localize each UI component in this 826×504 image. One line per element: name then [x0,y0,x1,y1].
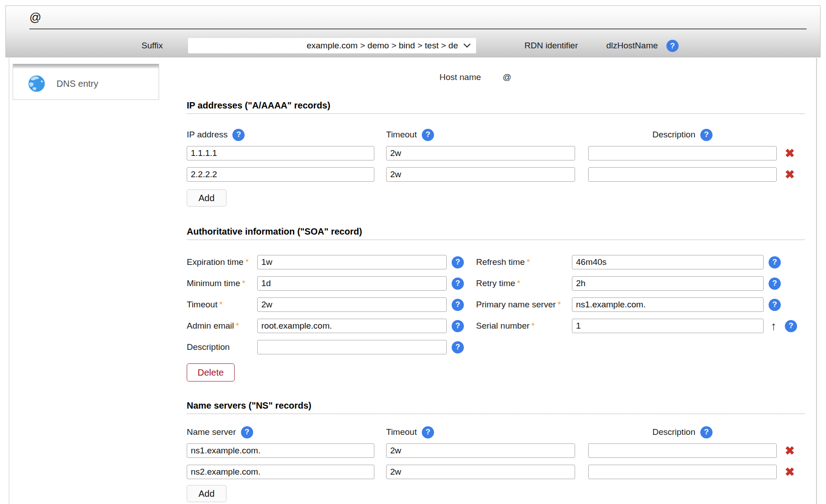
ip-column-headers: IP address? Timeout? Description? [187,128,805,141]
soa-section-title: Authoritative information ("SOA" record) [187,226,805,240]
soa-description-label: Description [187,342,257,352]
ip-address-input[interactable] [187,167,374,182]
rdn-identifier-label: RDN identifier [524,38,578,53]
ip-address-input[interactable] [187,146,374,160]
ip-section-title: IP addresses ("A/AAAA" records) [187,100,805,114]
description-column-label: Description [652,130,695,140]
help-icon[interactable]: ? [452,299,464,311]
primary-name-server-input[interactable] [572,297,764,312]
help-icon[interactable]: ? [785,320,797,332]
dns-entry-page: @ Suffix example.com > demo > bind > tes… [0,0,826,504]
delete-soa-button[interactable]: Delete [187,363,235,382]
remove-x-icon: ✖ [785,146,795,160]
soa-timeout-input[interactable] [257,297,447,312]
description-column-label: Description [652,427,695,437]
remove-ns-button[interactable]: ✖ [783,465,797,479]
expiration-time-label: Expiration time* [187,257,257,267]
help-icon[interactable]: ? [422,426,434,438]
suffix-selected-value: example.com > demo > bind > test > de [307,41,458,51]
minimum-time-label: Minimum time* [187,278,257,288]
help-icon[interactable]: ? [452,341,464,353]
ns-description-input[interactable] [588,443,777,458]
timeout-column-label: Timeout [386,130,417,140]
tab-dns-entry-label: DNS entry [57,79,98,89]
soa-description-input[interactable] [257,340,447,354]
refresh-time-label: Refresh time* [476,257,572,267]
name-server-column-label: Name server [187,427,236,437]
required-asterisk: * [527,257,530,267]
add-ip-button[interactable]: Add [187,189,227,207]
dns-form: Host name @ IP addresses ("A/AAAA" recor… [187,58,805,502]
timeout-column-label: Timeout [386,427,417,437]
ip-address-column-label: IP address [187,130,227,140]
name-server-input[interactable] [187,465,374,479]
required-asterisk: * [245,257,249,267]
host-name-row: Host name @ [166,71,784,83]
soa-grid: Expiration time* ? Refresh time* ? Minim… [187,255,805,354]
help-icon[interactable]: ? [232,129,245,141]
ip-description-input[interactable] [588,167,777,182]
ip-row: ✖ [187,167,805,182]
ns-timeout-input[interactable] [386,443,575,458]
globe-icon [28,75,45,92]
help-icon[interactable]: ? [452,256,464,268]
ns-section-title: Name servers ("NS" records) [187,400,805,414]
serial-number-input[interactable] [572,319,764,333]
ip-description-input[interactable] [588,146,777,160]
page-title: @ [29,10,41,24]
remove-ip-button[interactable]: ✖ [783,168,797,181]
remove-ns-button[interactable]: ✖ [783,444,797,457]
content-left-border [9,58,9,504]
remove-x-icon: ✖ [785,465,795,479]
required-asterisk: * [242,278,245,288]
help-icon[interactable]: ? [700,129,713,141]
host-name-label: Host name [439,72,481,82]
ns-timeout-input[interactable] [386,465,575,479]
expiration-time-input[interactable] [257,255,447,269]
required-asterisk: * [219,300,222,309]
header-band: @ Suffix example.com > demo > bind > tes… [5,5,821,57]
ns-column-headers: Name server? Timeout? Description? [187,426,805,438]
required-asterisk: * [236,321,239,330]
refresh-time-input[interactable] [572,255,764,269]
suffix-select[interactable]: example.com > demo > bind > test > de [188,38,476,53]
rdn-identifier-value: dlzHostName [606,38,658,53]
help-icon[interactable]: ? [452,320,464,332]
tab-top-stripe [13,64,159,68]
tab-dns-entry[interactable]: DNS entry [13,64,159,100]
required-asterisk: * [517,278,520,288]
suffix-label: Suffix [142,38,163,53]
add-ns-button[interactable]: Add [187,485,227,502]
ns-description-input[interactable] [588,465,777,479]
help-icon[interactable]: ? [769,299,781,311]
serial-increment-button[interactable]: ↑ [767,319,780,333]
help-icon[interactable]: ? [452,278,464,290]
content-right-border [816,58,817,504]
help-icon[interactable]: ? [769,256,781,268]
serial-number-label: Serial number* [476,321,572,331]
up-arrow-icon: ↑ [771,319,777,333]
admin-email-label: Admin email* [187,321,257,331]
help-icon[interactable]: ? [241,426,253,438]
help-icon[interactable]: ? [666,40,679,52]
host-name-value: @ [503,72,511,82]
remove-x-icon: ✖ [785,444,795,457]
soa-timeout-label: Timeout* [187,300,257,310]
name-server-input[interactable] [187,443,374,458]
remove-ip-button[interactable]: ✖ [783,146,797,160]
title-divider [29,28,807,29]
required-asterisk: * [531,321,534,330]
primary-name-server-label: Primary name server* [476,300,572,310]
required-asterisk: * [557,300,561,309]
retry-time-input[interactable] [572,276,764,291]
ns-row: ✖ [187,465,805,479]
help-icon[interactable]: ? [769,278,781,290]
ip-timeout-input[interactable] [386,167,575,182]
ip-timeout-input[interactable] [386,146,575,160]
help-icon[interactable]: ? [422,129,434,141]
remove-x-icon: ✖ [785,168,795,181]
help-icon[interactable]: ? [700,426,713,438]
admin-email-input[interactable] [257,319,447,333]
ns-section: Name servers ("NS" records) Name server?… [187,400,805,502]
minimum-time-input[interactable] [257,276,447,291]
